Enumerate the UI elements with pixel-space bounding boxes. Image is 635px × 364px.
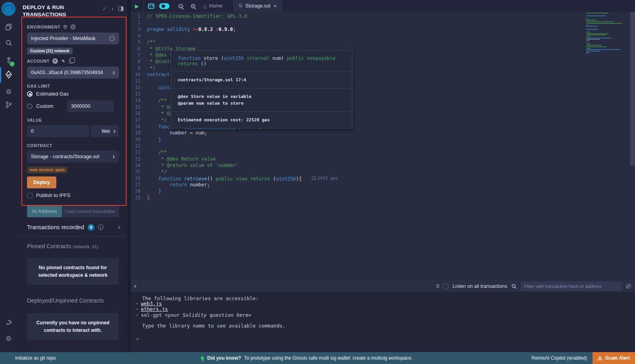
- warning-icon: ⚠: [598, 355, 602, 361]
- gas-estimate-hint: 2415 gas: [312, 175, 338, 182]
- terminal-prompt[interactable]: >: [132, 336, 139, 342]
- file-explorer-icon[interactable]: [0, 20, 17, 34]
- editor-region: ▶ – + ⌂ Home S Storage.sol × 1// SPDX-Li…: [131, 0, 635, 280]
- transactions-expand-chevron[interactable]: ›: [118, 224, 120, 231]
- estimated-gas-radio[interactable]: [27, 91, 33, 97]
- at-address-input[interactable]: [62, 205, 119, 217]
- value-unit-select[interactable]: Wei ▲▼: [90, 125, 119, 137]
- deploy-button[interactable]: Deploy: [27, 176, 56, 188]
- account-label-row: ACCOUNT + ✎: [27, 58, 119, 64]
- tab-home[interactable]: ⌂ Home: [199, 0, 229, 12]
- zoom-out-icon[interactable]: –: [175, 0, 187, 12]
- icon-rail: ✓ ⚙: [0, 0, 17, 352]
- code-line: 4: [131, 33, 635, 39]
- plugin-manager-icon[interactable]: [0, 316, 17, 330]
- code-line: 20 }: [131, 136, 635, 143]
- git-icon[interactable]: [0, 98, 17, 112]
- environment-info-icon[interactable]: i: [70, 24, 76, 30]
- code-line: 1// SPDX-License-Identifier: GPL-3.0: [131, 13, 635, 19]
- transactions-recorded-label: Transactions recorded: [27, 224, 84, 230]
- status-bar: Initialize as git repo Did you know? To …: [0, 352, 635, 364]
- code-line: 21: [131, 143, 635, 149]
- custom-gas-input[interactable]: [67, 100, 114, 112]
- tooltip-signature: function store (uint256 internal num) pu…: [171, 51, 352, 71]
- tooltip-gas-cost: Estimated execution cost: 22520 gas: [171, 111, 352, 128]
- code-line: 24 * @return value of 'number': [131, 162, 635, 169]
- code-line: 5/**: [131, 39, 635, 45]
- custom-gas-radio[interactable]: [27, 103, 33, 109]
- listen-all-checkbox[interactable]: [443, 284, 448, 289]
- compile-success-badge: ✓: [10, 61, 15, 67]
- panel-title: DEPLOY & RUN TRANSACTIONS: [23, 4, 82, 18]
- stepper-icon: ▲▼: [109, 35, 115, 42]
- terminal-line: •ethers.js: [136, 307, 635, 312]
- terminal-line: •sol-gpt <your Solidity question here>: [136, 312, 635, 318]
- value-label: VALUE: [27, 118, 119, 123]
- publish-ipfs-checkbox[interactable]: [27, 193, 33, 198]
- account-select[interactable]: 0xA03...85ac4 (0.398673504934 ▲▼: [27, 67, 119, 79]
- scam-alert-button[interactable]: ⚠ Scam Alert: [593, 352, 635, 364]
- code-line: 25 */: [131, 169, 635, 175]
- git-init-button[interactable]: Initialize as git repo: [0, 355, 56, 361]
- tab-storage-sol[interactable]: S Storage.sol ×: [233, 0, 282, 12]
- custom-gas-label: Custom: [36, 103, 53, 109]
- edit-account-icon[interactable]: ✎: [61, 58, 66, 64]
- terminal-collapse-icon[interactable]: »: [133, 285, 139, 287]
- transaction-filter-input[interactable]: [521, 282, 622, 291]
- tooltip-docs: @dev Store value in variable @param num …: [171, 88, 352, 111]
- terminal-line: Type the library name to see available c…: [136, 323, 635, 328]
- panel-resize-handle[interactable]: [127, 0, 131, 352]
- run-script-icon[interactable]: ▶: [131, 0, 143, 12]
- copy-account-icon[interactable]: [69, 59, 73, 63]
- settings-gear-icon[interactable]: ⚙: [0, 331, 17, 346]
- pin-panel-icon[interactable]: [118, 6, 123, 11]
- contract-select[interactable]: Storage - contracts/Storage.sol ▲▼: [27, 151, 119, 163]
- remix-logo-icon[interactable]: [2, 2, 15, 16]
- status-check-icon: ✓: [102, 6, 107, 12]
- editor-toolbar: ▶ – + ⌂ Home S Storage.sol ×: [131, 0, 635, 12]
- transactions-info-icon[interactable]: i: [98, 224, 104, 230]
- copilot-toggle[interactable]: [158, 0, 173, 12]
- solidity-file-icon: S: [239, 3, 242, 9]
- collapse-chevron-icon[interactable]: ›: [112, 6, 114, 12]
- value-input[interactable]: [27, 125, 89, 137]
- terminal-output: The following libraries are accessible:•…: [131, 292, 635, 328]
- environment-label-row: ENVIRONMENT i: [27, 24, 119, 30]
- stepper-icon: ▲▼: [112, 71, 115, 75]
- deploy-and-run-icon[interactable]: [0, 67, 17, 82]
- transactions-count-badge: 0: [88, 224, 94, 231]
- pinned-contracts-empty: No pinned contracts found for selected w…: [27, 258, 119, 285]
- terminal-line: The following libraries are accessible:: [136, 296, 635, 301]
- contract-label: CONTRACT: [27, 143, 119, 148]
- home-icon: ⌂: [203, 3, 207, 10]
- code-line: 28 }: [131, 188, 635, 194]
- code-line: 22 /**: [131, 149, 635, 155]
- solidity-compiler-icon[interactable]: ✓: [0, 53, 17, 67]
- code-line: 23 * @dev Return value: [131, 156, 635, 162]
- terminal-link[interactable]: web3.js: [141, 301, 162, 307]
- code-line: 26 function retrieve() public view retur…: [131, 175, 635, 182]
- environment-select[interactable]: Injected Provider - MetaMask ▲▼: [27, 33, 119, 44]
- add-account-icon[interactable]: +: [52, 58, 58, 64]
- zoom-in-icon[interactable]: +: [187, 0, 199, 12]
- estimated-gas-label: Estimated Gas: [36, 91, 69, 97]
- search-icon[interactable]: [0, 36, 17, 50]
- copilot-status[interactable]: RemixAI Copilot (enabled): [531, 355, 593, 361]
- clear-console-icon[interactable]: [626, 284, 631, 289]
- deployed-contracts-empty: Currently you have no unpinned contracts…: [27, 313, 119, 340]
- terminal-link[interactable]: ethers.js: [141, 306, 168, 312]
- remix-ai-robot-icon[interactable]: [144, 0, 158, 12]
- code-line: 29}: [131, 195, 635, 201]
- code-editor[interactable]: 1// SPDX-License-Identifier: GPL-3.023pr…: [131, 12, 635, 280]
- network-badge: Custom (31) network: [27, 48, 73, 54]
- deploy-run-panel: DEPLOY & RUN TRANSACTIONS ✓ › ENVIRONMEN…: [17, 0, 127, 352]
- tooltip-location: contracts/Storage.sol 17:4: [171, 71, 352, 88]
- terminal-region: » 0 Listen on all transactions The follo…: [131, 280, 635, 352]
- editor-scrollbar[interactable]: [630, 12, 635, 166]
- minimap[interactable]: [586, 13, 629, 55]
- debugger-icon[interactable]: [0, 84, 17, 98]
- at-address-button[interactable]: At Address: [27, 205, 62, 217]
- close-tab-icon[interactable]: ×: [273, 3, 277, 9]
- terminal-search-icon[interactable]: [511, 284, 517, 289]
- gas-limit-label: GAS LIMIT: [27, 84, 119, 88]
